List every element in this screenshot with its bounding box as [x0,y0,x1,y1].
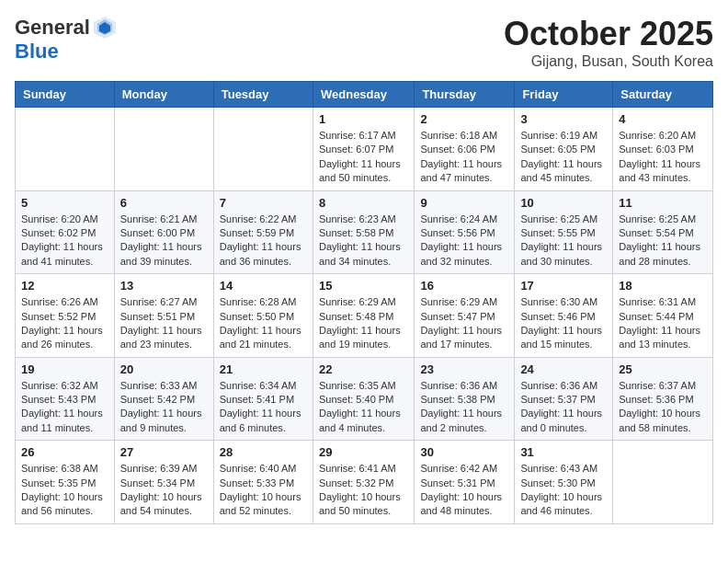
calendar-cell: 26Sunrise: 6:38 AMSunset: 5:35 PMDayligh… [16,441,115,524]
calendar-cell: 23Sunrise: 6:36 AMSunset: 5:38 PMDayligh… [415,357,515,441]
day-info: Sunrise: 6:31 AMSunset: 5:44 PMDaylight:… [619,295,707,352]
calendar-cell: 8Sunrise: 6:23 AMSunset: 5:58 PMDaylight… [313,190,414,274]
day-info: Sunrise: 6:32 AMSunset: 5:43 PMDaylight:… [21,379,108,436]
calendar-cell: 25Sunrise: 6:37 AMSunset: 5:36 PMDayligh… [613,357,713,441]
calendar-cell: 5Sunrise: 6:20 AMSunset: 6:02 PMDaylight… [16,190,115,274]
day-number: 13 [120,279,208,293]
day-number: 31 [520,445,607,459]
calendar-cell: 19Sunrise: 6:32 AMSunset: 5:43 PMDayligh… [16,357,115,441]
day-number: 24 [520,362,607,376]
day-info: Sunrise: 6:29 AMSunset: 5:47 PMDaylight:… [420,295,508,352]
day-info: Sunrise: 6:42 AMSunset: 5:31 PMDaylight:… [420,462,508,519]
calendar-cell: 17Sunrise: 6:30 AMSunset: 5:46 PMDayligh… [515,274,613,358]
calendar-cell: 3Sunrise: 6:19 AMSunset: 6:05 PMDaylight… [515,108,613,191]
day-info: Sunrise: 6:41 AMSunset: 5:32 PMDaylight:… [319,462,408,519]
calendar-cell: 1Sunrise: 6:17 AMSunset: 6:07 PMDaylight… [313,108,414,191]
calendar-cell: 28Sunrise: 6:40 AMSunset: 5:33 PMDayligh… [213,441,313,524]
calendar-week-1: 1Sunrise: 6:17 AMSunset: 6:07 PMDaylight… [16,108,713,191]
calendar-table: SundayMondayTuesdayWednesdayThursdayFrid… [15,81,713,524]
day-number: 16 [420,279,508,293]
logo-general: General [15,17,90,39]
day-info: Sunrise: 6:39 AMSunset: 5:34 PMDaylight:… [120,462,208,519]
calendar-week-5: 26Sunrise: 6:38 AMSunset: 5:35 PMDayligh… [16,441,713,524]
day-info: Sunrise: 6:20 AMSunset: 6:02 PMDaylight:… [21,213,108,270]
day-number: 18 [619,279,707,293]
day-info: Sunrise: 6:38 AMSunset: 5:35 PMDaylight:… [21,462,108,519]
day-number: 12 [21,279,108,293]
day-number: 17 [520,279,607,293]
weekday-header-thursday: Thursday [415,82,515,108]
calendar-cell: 10Sunrise: 6:25 AMSunset: 5:55 PMDayligh… [515,190,613,274]
calendar-cell: 31Sunrise: 6:43 AMSunset: 5:30 PMDayligh… [515,441,613,524]
calendar-cell: 15Sunrise: 6:29 AMSunset: 5:48 PMDayligh… [313,274,414,358]
day-number: 30 [420,445,508,459]
day-number: 2 [420,112,508,126]
calendar-cell [114,108,213,191]
day-number: 23 [420,362,508,376]
calendar-cell [213,108,313,191]
title-block: October 2025 Gijang, Busan, South Korea [504,15,713,70]
month-title: October 2025 [504,15,713,53]
calendar-cell: 13Sunrise: 6:27 AMSunset: 5:51 PMDayligh… [114,274,213,358]
weekday-header-wednesday: Wednesday [313,82,414,108]
day-info: Sunrise: 6:34 AMSunset: 5:41 PMDaylight:… [220,379,307,436]
day-number: 14 [220,279,307,293]
calendar-cell: 11Sunrise: 6:25 AMSunset: 5:54 PMDayligh… [613,190,713,274]
day-info: Sunrise: 6:36 AMSunset: 5:37 PMDaylight:… [520,379,607,436]
day-number: 10 [520,196,607,210]
calendar-week-2: 5Sunrise: 6:20 AMSunset: 6:02 PMDaylight… [16,190,713,274]
day-number: 11 [619,196,707,210]
logo-blue: Blue [15,40,59,63]
weekday-header-friday: Friday [515,82,613,108]
calendar-cell: 29Sunrise: 6:41 AMSunset: 5:32 PMDayligh… [313,441,414,524]
calendar-cell [613,441,713,524]
day-number: 4 [619,112,707,126]
day-info: Sunrise: 6:29 AMSunset: 5:48 PMDaylight:… [319,295,408,352]
day-info: Sunrise: 6:25 AMSunset: 5:55 PMDaylight:… [520,213,607,270]
calendar-cell: 9Sunrise: 6:24 AMSunset: 5:56 PMDaylight… [415,190,515,274]
calendar-cell: 16Sunrise: 6:29 AMSunset: 5:47 PMDayligh… [415,274,515,358]
day-info: Sunrise: 6:19 AMSunset: 6:05 PMDaylight:… [520,129,607,186]
day-info: Sunrise: 6:17 AMSunset: 6:07 PMDaylight:… [319,129,408,186]
day-info: Sunrise: 6:24 AMSunset: 5:56 PMDaylight:… [420,213,508,270]
day-number: 21 [220,362,307,376]
calendar-cell [16,108,115,191]
day-number: 6 [120,196,208,210]
day-info: Sunrise: 6:28 AMSunset: 5:50 PMDaylight:… [220,295,307,352]
day-number: 25 [619,362,707,376]
day-info: Sunrise: 6:40 AMSunset: 5:33 PMDaylight:… [220,462,307,519]
calendar-cell: 12Sunrise: 6:26 AMSunset: 5:52 PMDayligh… [16,274,115,358]
calendar-cell: 18Sunrise: 6:31 AMSunset: 5:44 PMDayligh… [613,274,713,358]
calendar-cell: 21Sunrise: 6:34 AMSunset: 5:41 PMDayligh… [213,357,313,441]
day-info: Sunrise: 6:30 AMSunset: 5:46 PMDaylight:… [520,295,607,352]
day-number: 27 [120,445,208,459]
day-info: Sunrise: 6:35 AMSunset: 5:40 PMDaylight:… [319,379,408,436]
day-number: 3 [520,112,607,126]
day-number: 22 [319,362,408,376]
calendar-cell: 24Sunrise: 6:36 AMSunset: 5:37 PMDayligh… [515,357,613,441]
calendar-week-4: 19Sunrise: 6:32 AMSunset: 5:43 PMDayligh… [16,357,713,441]
weekday-header-tuesday: Tuesday [213,82,313,108]
weekday-header-sunday: Sunday [16,82,115,108]
calendar-cell: 27Sunrise: 6:39 AMSunset: 5:34 PMDayligh… [114,441,213,524]
day-number: 26 [21,445,108,459]
weekday-header-monday: Monday [114,82,213,108]
calendar-cell: 4Sunrise: 6:20 AMSunset: 6:03 PMDaylight… [613,108,713,191]
day-info: Sunrise: 6:27 AMSunset: 5:51 PMDaylight:… [120,295,208,352]
weekday-header-row: SundayMondayTuesdayWednesdayThursdayFrid… [16,82,713,108]
location: Gijang, Busan, South Korea [504,53,713,70]
day-info: Sunrise: 6:26 AMSunset: 5:52 PMDaylight:… [21,295,108,352]
day-info: Sunrise: 6:33 AMSunset: 5:42 PMDaylight:… [120,379,208,436]
calendar-cell: 30Sunrise: 6:42 AMSunset: 5:31 PMDayligh… [415,441,515,524]
day-info: Sunrise: 6:18 AMSunset: 6:06 PMDaylight:… [420,129,508,186]
calendar-cell: 7Sunrise: 6:22 AMSunset: 5:59 PMDaylight… [213,190,313,274]
page-header: General Blue October 2025 Gijang, Busan,… [15,15,713,70]
day-number: 7 [220,196,307,210]
day-info: Sunrise: 6:25 AMSunset: 5:54 PMDaylight:… [619,213,707,270]
day-info: Sunrise: 6:21 AMSunset: 6:00 PMDaylight:… [120,213,208,270]
day-number: 28 [220,445,307,459]
calendar-week-3: 12Sunrise: 6:26 AMSunset: 5:52 PMDayligh… [16,274,713,358]
calendar-cell: 14Sunrise: 6:28 AMSunset: 5:50 PMDayligh… [213,274,313,358]
day-number: 1 [319,112,408,126]
day-number: 20 [120,362,208,376]
